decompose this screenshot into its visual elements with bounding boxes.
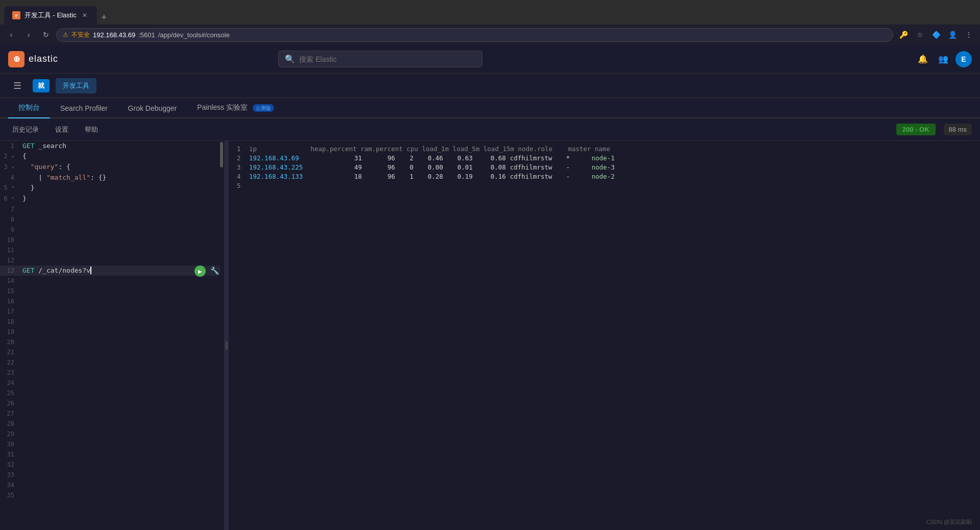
bookmark-icon[interactable]: ☆	[913, 28, 927, 42]
code-line-2: 2 ▾ {	[0, 151, 224, 162]
row2-load1m: 0.46	[418, 154, 447, 162]
row3-load5m: 0.01	[447, 163, 477, 171]
code-line-17: 17	[0, 306, 224, 317]
code-line-13: 13 GET /_cat/nodes?v ▶ 🔧	[0, 266, 224, 276]
code-line-34: 34	[0, 480, 224, 490]
elastic-logo[interactable]: ⊕ elastic	[8, 51, 58, 67]
row2-num: 2	[237, 154, 249, 162]
code-line-6: 6 * }	[0, 194, 224, 204]
row4-heap: 18	[328, 173, 368, 180]
result-row-2: 2 192.168.43.69 31 96 2 0.46 0.63 0.68 c…	[237, 154, 972, 162]
row3-load15m: 0.08	[477, 163, 510, 171]
bottom-bar: CSDN @花花刷刷	[926, 518, 972, 526]
search-icon: 🔍	[285, 54, 295, 64]
search-bar[interactable]: 🔍	[278, 51, 482, 67]
pane-divider[interactable]: ‖	[225, 141, 229, 530]
tab-favicon: e	[12, 11, 20, 19]
extension-icon[interactable]: 🔷	[929, 28, 943, 42]
row4-ram: 96	[368, 173, 401, 180]
row2-ram: 96	[368, 154, 401, 162]
line-number-2: 2 ▾	[0, 151, 20, 162]
code-line-10: 10	[0, 235, 224, 245]
row3-ram: 96	[368, 163, 401, 171]
row2-role: cdfhilmrstw	[510, 154, 566, 162]
result-line-5: 5	[237, 182, 972, 189]
password-icon[interactable]: 🔑	[896, 28, 911, 42]
code-line-28: 28	[0, 419, 224, 429]
header-icons: 🔔 👥 E	[915, 51, 972, 67]
code-line-31: 31	[0, 449, 224, 460]
row4-role: cdfhilmrstw	[510, 173, 566, 180]
menu-button[interactable]: ☰	[8, 77, 27, 95]
line-number-4: 4	[0, 173, 20, 183]
code-line-3: 3 ▾ "query": {	[0, 162, 224, 173]
history-button[interactable]: 历史记录	[8, 123, 43, 136]
code-line-16: 16	[0, 296, 224, 306]
toolbar: 历史记录 设置 帮助 200 - OK 88 ms	[0, 118, 980, 141]
code-line-9: 9	[0, 225, 224, 235]
row2-load5m: 0.63	[447, 154, 477, 162]
code-line-15: 15	[0, 286, 224, 296]
run-request-button[interactable]: ▶	[194, 266, 206, 277]
tab-console[interactable]: 控制台	[8, 98, 50, 118]
code-line-26: 26	[0, 398, 224, 408]
editor-scrollbar[interactable]	[220, 141, 224, 530]
tab-painless[interactable]: Painless 实验室 公测版	[187, 98, 284, 118]
profile-icon[interactable]: 👤	[945, 28, 960, 42]
code-line-23: 23	[0, 368, 224, 378]
tab-new-button[interactable]: +	[97, 10, 111, 25]
editor-pane: 1 GET _search 2 ▾ { 3 ▾ "query": { 4 | "…	[0, 141, 225, 530]
row4-cpu: 1	[401, 173, 418, 180]
result-line-num-1: 1	[237, 145, 249, 153]
editor-content[interactable]: 1 GET _search 2 ▾ { 3 ▾ "query": { 4 | "…	[0, 141, 224, 530]
row2-cpu: 2	[401, 154, 418, 162]
browser-tabs: e 开发工具 - Elastic ✕ +	[4, 0, 111, 25]
row3-name: node-3	[592, 163, 615, 171]
breadcrumb-devtools[interactable]: 开发工具	[56, 78, 96, 93]
line-number-5: 5 *	[0, 183, 20, 194]
line-number-3: 3 ▾	[0, 162, 20, 173]
row4-name: node-2	[592, 173, 615, 180]
warning-text: 不安全	[71, 31, 90, 39]
app-header: ⊕ elastic 🔍 🔔 👥 E	[0, 45, 980, 74]
nav-forward-button[interactable]: ›	[21, 28, 36, 42]
code-line-7: 7	[0, 204, 224, 214]
line-number-13: 13	[0, 266, 20, 276]
code-line-5: 5 * }	[0, 183, 224, 194]
row2-heap: 31	[328, 154, 368, 162]
code-line-24: 24	[0, 378, 224, 388]
tab-search-profiler[interactable]: Search Profiler	[50, 99, 118, 118]
wrench-icon[interactable]: 🔧	[210, 266, 219, 276]
browser-chrome: e 开发工具 - Elastic ✕ +	[0, 0, 980, 25]
row4-load15m: 0.16	[477, 173, 510, 180]
status-badge: 200 - OK	[896, 124, 936, 135]
avatar[interactable]: E	[955, 51, 972, 67]
browser-tab-active[interactable]: e 开发工具 - Elastic ✕	[4, 6, 97, 25]
line-number-1: 1	[0, 141, 20, 151]
share-icon[interactable]: 👥	[935, 51, 951, 67]
tab-title: 开发工具 - Elastic	[24, 11, 77, 20]
nav-back-button[interactable]: ‹	[4, 28, 18, 42]
tab-grok-debugger[interactable]: Grok Debugger	[118, 99, 187, 118]
code-line-22: 22	[0, 357, 224, 368]
address-bar[interactable]: ⚠ 不安全 192.168.43.69 :5601 /app/dev_tools…	[56, 28, 893, 42]
more-icon[interactable]: ⋮	[962, 28, 976, 42]
row2-load15m: 0.68	[477, 154, 510, 162]
row3-num: 3	[237, 163, 249, 171]
notifications-icon[interactable]: 🔔	[915, 51, 931, 67]
warning-icon: ⚠	[63, 31, 68, 38]
settings-button[interactable]: 设置	[51, 123, 72, 136]
line-content-5: }	[20, 183, 224, 193]
search-input[interactable]	[299, 55, 476, 63]
nav-refresh-button[interactable]: ↻	[39, 28, 53, 42]
code-line-8: 8	[0, 214, 224, 225]
browser-nav: ‹ › ↻ ⚠ 不安全 192.168.43.69 :5601 /app/dev…	[0, 25, 980, 45]
code-line-20: 20	[0, 337, 224, 347]
help-button[interactable]: 帮助	[81, 123, 102, 136]
code-line-29: 29	[0, 429, 224, 439]
code-line-18: 18	[0, 317, 224, 327]
row2-name: node-1	[592, 154, 615, 162]
code-line-12: 12	[0, 255, 224, 266]
close-icon[interactable]: ✕	[81, 11, 89, 19]
address-host: 192.168.43.69	[93, 31, 135, 39]
